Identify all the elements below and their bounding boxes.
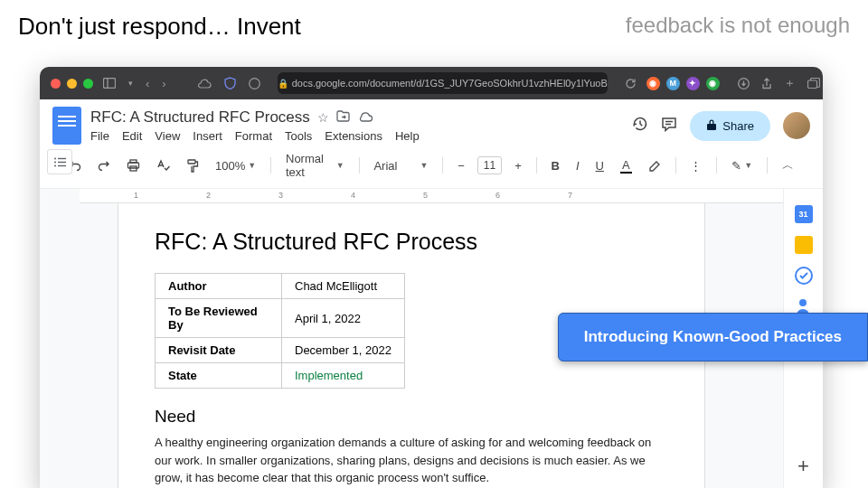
user-avatar[interactable]: [783, 112, 810, 139]
menu-edit[interactable]: Edit: [122, 129, 142, 143]
history-icon[interactable]: [632, 116, 648, 136]
shield-icon[interactable]: [222, 77, 239, 89]
forward-icon[interactable]: ›: [159, 77, 168, 90]
menu-format[interactable]: Format: [235, 129, 272, 143]
doc-heading: RFC: A Structured RFC Process: [155, 229, 668, 255]
ruler-tick: 2: [206, 191, 211, 200]
slide-title: Don't just respond… Invent: [18, 13, 301, 41]
menu-file[interactable]: File: [90, 129, 109, 143]
docs-logo-icon[interactable]: [52, 107, 81, 145]
ruler[interactable]: 1 2 3 4 5 6 7: [80, 189, 783, 203]
star-icon[interactable]: ☆: [317, 110, 329, 125]
need-heading: Need: [155, 407, 668, 427]
ext-icon-1[interactable]: ◉: [646, 77, 660, 90]
svg-rect-0: [104, 79, 116, 89]
svg-point-2: [249, 78, 259, 89]
svg-point-18: [54, 164, 56, 166]
docs-header: RFC: A Structured RFC Process ☆ File Edi…: [40, 99, 823, 189]
table-row: StateImplemented: [156, 363, 405, 389]
text-color-icon[interactable]: A: [617, 156, 636, 175]
need-body: A healthy engineering organization deman…: [155, 434, 668, 487]
ruler-tick: 7: [568, 191, 572, 200]
paint-format-icon[interactable]: [183, 157, 203, 174]
keep-icon[interactable]: [795, 236, 813, 254]
ruler-tick: 4: [351, 191, 355, 200]
add-panel-icon[interactable]: +: [797, 455, 809, 478]
style-select[interactable]: Normal text ▼: [282, 150, 348, 181]
toolbar: 100% ▼ Normal text ▼ Arial ▼ − 11 + B I …: [52, 145, 810, 188]
menu-view[interactable]: View: [155, 129, 180, 143]
cloud-status-icon[interactable]: [357, 110, 373, 125]
menu-bar: File Edit View Insert Format Tools Exten…: [90, 129, 623, 143]
calendar-icon[interactable]: 31: [795, 205, 813, 223]
minimize-window-icon[interactable]: [67, 79, 77, 89]
share-button[interactable]: Share: [690, 111, 770, 141]
ext-icon-3[interactable]: ✦: [686, 77, 700, 90]
bold-icon[interactable]: B: [548, 157, 563, 174]
tasks-icon[interactable]: [795, 267, 813, 285]
share-icon[interactable]: [759, 78, 775, 89]
highlight-icon[interactable]: [645, 158, 665, 173]
outline-toggle-icon[interactable]: [47, 149, 72, 174]
info-icon[interactable]: [246, 78, 263, 89]
back-icon[interactable]: ‹: [143, 77, 152, 90]
edit-mode-icon[interactable]: ✎ ▼: [728, 157, 756, 174]
maximize-window-icon[interactable]: [83, 79, 93, 89]
svg-point-14: [54, 157, 56, 159]
table-row: AuthorChad McElligott: [156, 274, 405, 299]
spellcheck-icon[interactable]: [153, 157, 174, 174]
ruler-tick: 3: [278, 191, 283, 200]
browser-chrome: ▾ ‹ › 🔒 docs.google.com/document/d/1GS_J…: [40, 67, 823, 99]
close-window-icon[interactable]: [51, 79, 61, 89]
menu-tools[interactable]: Tools: [285, 129, 312, 143]
table-row: Revisit DateDecember 1, 2022: [156, 338, 405, 363]
font-size-input[interactable]: 11: [477, 156, 502, 174]
font-select[interactable]: Arial ▼: [370, 157, 431, 174]
download-icon[interactable]: [735, 78, 752, 89]
sidebar-icon[interactable]: [100, 78, 118, 89]
svg-rect-10: [188, 160, 195, 164]
comment-icon[interactable]: [661, 117, 677, 136]
ruler-tick: 5: [423, 191, 428, 200]
ext-icon-4[interactable]: ◉: [706, 77, 720, 90]
menu-insert[interactable]: Insert: [193, 129, 222, 143]
svg-point-12: [799, 299, 807, 306]
zoom-select[interactable]: 100% ▼: [212, 157, 259, 174]
new-tab-icon[interactable]: ＋: [781, 75, 798, 91]
metadata-table: AuthorChad McElligott To Be Reviewed ByA…: [155, 273, 405, 389]
tabs-icon[interactable]: [805, 78, 823, 89]
menu-extensions[interactable]: Extensions: [325, 129, 382, 143]
ext-icon-2[interactable]: M: [666, 77, 680, 90]
collapse-icon[interactable]: ︿: [778, 155, 797, 175]
font-size-increase[interactable]: +: [511, 157, 525, 174]
lock-icon: [706, 118, 717, 134]
menu-help[interactable]: Help: [395, 129, 420, 143]
browser-window: ▾ ‹ › 🔒 docs.google.com/document/d/1GS_J…: [40, 67, 823, 488]
svg-point-16: [54, 161, 56, 163]
more-icon[interactable]: ⋮: [686, 157, 705, 174]
underline-icon[interactable]: U: [592, 157, 608, 174]
redo-icon[interactable]: [94, 158, 114, 173]
svg-rect-4: [807, 80, 816, 89]
cloud-icon: [194, 79, 214, 89]
font-size-decrease[interactable]: −: [454, 157, 468, 174]
callout-banner: Introducing Known-Good Practices: [558, 313, 868, 361]
ruler-tick: 1: [134, 191, 138, 200]
browser-extensions: ◉ M ✦ ◉ ＋: [646, 75, 823, 91]
traffic-lights: [51, 79, 93, 89]
italic-icon[interactable]: I: [572, 157, 583, 174]
print-icon[interactable]: [123, 157, 144, 174]
document-title[interactable]: RFC: A Structured RFC Process: [90, 108, 310, 127]
url-text: docs.google.com/document/d/1GS_JUY7GeoSO…: [292, 78, 608, 89]
table-row: To Be Reviewed ByApril 1, 2022: [156, 299, 405, 338]
refresh-icon[interactable]: [622, 78, 639, 89]
chevron-down-icon[interactable]: ▾: [126, 79, 136, 88]
ruler-tick: 6: [495, 191, 500, 200]
url-bar[interactable]: 🔒 docs.google.com/document/d/1GS_JUY7Geo…: [278, 72, 608, 94]
move-icon[interactable]: [336, 110, 350, 125]
slide-subtitle: feedback is not enough: [626, 13, 850, 38]
share-label: Share: [722, 119, 754, 133]
lock-icon: 🔒: [278, 79, 288, 89]
svg-rect-8: [128, 163, 139, 168]
